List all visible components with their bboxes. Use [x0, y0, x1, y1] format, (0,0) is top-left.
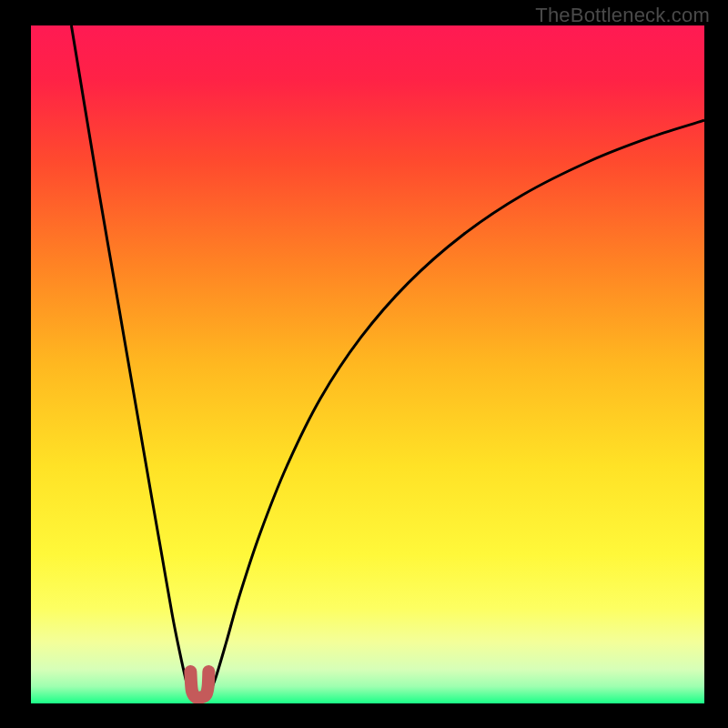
- series-marker-u: [190, 672, 208, 698]
- chart-frame: TheBottleneck.com: [0, 0, 728, 728]
- watermark-text: TheBottleneck.com: [535, 4, 710, 27]
- series-right-branch: [208, 120, 704, 695]
- plot-area: [31, 25, 704, 703]
- series-left-branch: [71, 25, 190, 695]
- chart-curves: [31, 25, 704, 703]
